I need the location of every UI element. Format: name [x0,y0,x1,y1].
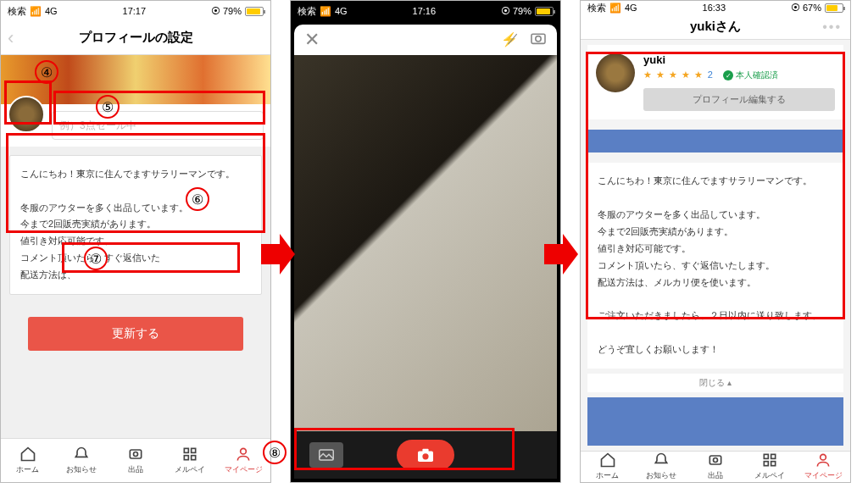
back-icon[interactable]: ‹ [8,27,14,49]
flash-icon[interactable]: ⚡̸ [501,31,518,48]
rating-stars: ★ ★ ★ ★ ★ [643,69,704,80]
nav-list[interactable]: 出品 [108,439,163,482]
clock: 16:33 [703,3,726,13]
clock: 17:16 [413,6,437,16]
close-icon[interactable]: ✕ [304,29,320,51]
svg-rect-5 [191,456,195,460]
bio-textarea[interactable]: こんにちわ！東京に住んでますサラリーマンです。 冬服のアウターを多く出品していま… [9,155,262,295]
blue-placeholder-top [587,130,843,152]
svg-rect-18 [771,462,775,466]
phone-camera: 検索 📶 4G 17:16 ⦿ 79% ✕ ⚡̸ [290,0,561,483]
signal-icon: 📶 [30,6,42,17]
viewfinder[interactable] [294,55,557,431]
nav-home[interactable]: ホーム [581,452,635,482]
avatar[interactable] [8,96,45,133]
rating-count[interactable]: 2 [708,69,713,80]
blue-placeholder-bottom [587,397,843,446]
nav-notify[interactable]: お知らせ [635,452,689,482]
banner-image [1,55,270,104]
status-bar: 検索 📶 4G 16:33 ⦿ 67% [581,1,850,15]
gallery-button[interactable] [309,442,343,468]
camera-topbar: ✕ ⚡̸ [294,25,557,55]
shutter-button[interactable] [397,440,454,470]
svg-point-1 [133,452,137,457]
svg-point-6 [241,448,247,454]
nav-pay[interactable]: メルペイ [163,439,217,482]
header: yukiさん ••• [581,15,850,40]
phone-profile-view: 検索 📶 4G 16:33 ⦿ 67% yukiさん ••• yuki ★ ★ … [580,0,851,483]
header: ‹ プロフィールの設定 [1,21,270,55]
collapse-button[interactable]: 閉じる ▴ [587,374,843,392]
page-title: yukiさん [690,19,741,35]
signal-icon: 📶 [609,3,621,14]
update-button[interactable]: 更新する [28,317,243,351]
switch-camera-icon[interactable] [530,31,547,48]
svg-rect-16 [771,455,775,459]
nav-notify[interactable]: お知らせ [55,439,109,482]
svg-point-14 [713,458,717,463]
nav-home[interactable]: ホーム [1,439,55,482]
svg-rect-17 [764,462,768,466]
svg-rect-12 [422,449,428,452]
camera-bottombar [294,431,557,479]
user-name: yuki [643,53,835,66]
nav-mypage[interactable]: マイページ [216,439,270,482]
carrier: 検索 [8,5,26,18]
more-icon[interactable]: ••• [822,19,842,35]
battery-pct: ⦿ 79% [211,6,242,16]
battery-icon [825,3,843,13]
avatar-input-row: 例）3点セール中 [1,104,270,147]
bottom-nav: ホーム お知らせ 出品 メルペイ マイページ [1,438,270,482]
battery-icon [245,7,264,16]
svg-rect-4 [184,456,188,460]
svg-rect-15 [764,455,768,459]
svg-rect-0 [130,450,141,458]
nickname-input[interactable]: 例）3点セール中 [52,111,264,140]
nav-mypage[interactable]: マイページ [796,452,850,482]
svg-rect-2 [184,448,188,452]
signal-icon: 📶 [320,6,331,17]
edit-profile-button[interactable]: プロフィール編集する [643,88,835,111]
svg-rect-3 [191,448,195,452]
nav-pay[interactable]: メルペイ [743,452,797,482]
avatar[interactable] [596,53,635,92]
profile-card: yuki ★ ★ ★ ★ ★ 2 ✓本人確認済 プロフィール編集する [587,45,843,120]
phone-profile-edit: 検索 📶 4G 17:17 ⦿ 79% ‹ プロフィールの設定 例）3点セール中… [0,0,271,483]
bottom-nav: ホーム お知らせ 出品 メルペイ マイページ [581,451,850,482]
svg-point-11 [422,453,428,459]
bio-text: こんにちわ！東京に住んでますサラリーマンです。 冬服のアウターを多く出品していま… [587,163,843,369]
verified-badge: ✓本人確認済 [723,69,778,81]
nav-list[interactable]: 出品 [688,452,743,482]
status-bar: 検索 📶 4G 17:17 ⦿ 79% [1,1,270,21]
status-bar: 検索 📶 4G 17:16 ⦿ 79% [291,1,560,21]
battery-icon [535,7,554,16]
clock: 17:17 [123,6,147,16]
svg-point-19 [821,455,826,461]
svg-rect-13 [709,456,721,464]
svg-point-8 [536,36,541,42]
page-title: プロフィールの設定 [79,30,193,46]
